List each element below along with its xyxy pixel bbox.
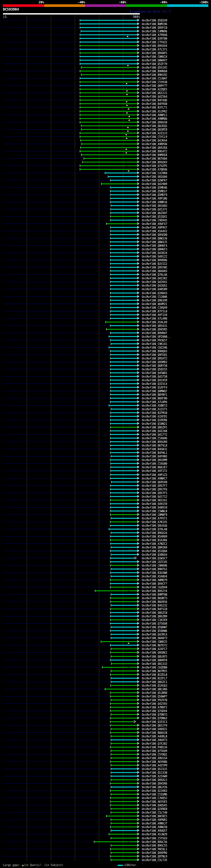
hit-row: UniRef100_C5Y8Q1 — [0, 753, 211, 756]
arrow-fill — [137, 550, 139, 551]
bar-start-tick — [80, 52, 80, 54]
arrow-right-icon — [137, 477, 140, 480]
arrow-right-icon — [137, 382, 140, 385]
bar-start-tick — [111, 822, 111, 825]
bar-start-tick — [110, 197, 111, 199]
arrow-right-icon — [137, 255, 140, 258]
hit-row: UniRef100_A9T1T2 — [0, 469, 211, 473]
hit-label: UniRef100_C5YCL9 — [142, 135, 167, 138]
alignment-bar — [110, 383, 138, 384]
hit-label: UniRef100_B9GC55 — [142, 844, 167, 847]
arrow-right-icon — [137, 364, 140, 367]
arrow-right-icon — [137, 273, 140, 276]
bar-start-tick — [110, 353, 111, 356]
bar-start-tick — [111, 408, 111, 410]
arrow-right-icon — [137, 277, 140, 280]
arrow-fill — [137, 637, 139, 639]
alignment-bar — [81, 154, 138, 155]
gap-in-query-triangle-icon — [128, 108, 129, 110]
hit-label: UniRef100_B9VRH7 — [142, 332, 167, 335]
alignment-bar — [80, 107, 138, 108]
arrow-fill — [137, 34, 139, 35]
alignment-bar — [111, 739, 138, 740]
alignment-bar — [110, 412, 138, 413]
alignment-bar — [111, 776, 138, 777]
bar-start-tick — [106, 328, 107, 331]
bar-start-tick — [110, 241, 111, 243]
alignment-bar — [109, 347, 138, 348]
hit-label: UniRef100_Q0MWQ7 — [142, 390, 167, 393]
bar-start-tick — [110, 270, 111, 272]
arrow-right-icon — [137, 491, 140, 494]
hit-label: UniRef100_A9NXJ7 — [142, 822, 167, 825]
arrow-right-icon — [137, 455, 140, 458]
hit-row: UniRef100_B5AR69 — [0, 535, 211, 538]
arrow-right-icon — [137, 804, 140, 807]
hit-label: UniRef100_C6TCU5 — [142, 561, 167, 564]
hit-row: UniRef100_Q8H6F3 — [0, 248, 211, 251]
alignment-bar — [81, 125, 138, 126]
alignment-bar — [111, 634, 138, 635]
arrow-fill — [137, 365, 139, 366]
arrow-right-icon — [137, 709, 140, 712]
bar-start-tick — [110, 314, 111, 316]
bar-start-tick — [111, 637, 111, 639]
arrow-fill — [137, 350, 139, 351]
alignment-bar — [110, 278, 138, 279]
arrow-right-icon — [137, 226, 140, 229]
bar-start-tick — [110, 415, 111, 417]
hit-label: UniRef100_B0M196 — [142, 23, 167, 26]
alignment-bar — [80, 132, 138, 133]
arrow-right-icon — [137, 550, 140, 552]
bar-start-tick — [110, 281, 111, 283]
arrow-right-icon — [137, 659, 140, 661]
bar-start-tick — [111, 633, 111, 636]
bar-start-tick — [110, 179, 111, 181]
hit-label: UniRef100_B9SXV4 — [142, 44, 167, 48]
bar-start-tick — [105, 172, 105, 174]
bar-start-tick — [110, 364, 111, 367]
hit-row: UniRef100_Q8W3J5 — [0, 240, 211, 244]
hit-row: UniRef100_Q6ZXH7 — [0, 211, 211, 215]
bar-start-tick — [111, 619, 111, 621]
hit-label: UniRef100_Q52QQ4 — [142, 550, 167, 553]
bar-start-tick — [80, 59, 80, 61]
alignment-bar — [110, 198, 138, 199]
hit-label: UniRef100_C0KKI5 — [142, 641, 167, 643]
bar-start-tick — [111, 670, 111, 672]
arrow-right-icon — [137, 132, 140, 134]
bar-start-tick — [111, 786, 111, 788]
arrow-right-icon — [137, 535, 140, 538]
hit-row: UniRef100_A9NXJ7 — [0, 822, 211, 826]
arrow-fill — [137, 270, 139, 271]
hit-label: UniRef100_Q6RY58 — [142, 364, 167, 367]
alignment-bar — [110, 558, 135, 559]
alignment-bar — [111, 671, 138, 672]
arrow-fill — [137, 644, 139, 646]
bar-start-tick — [111, 542, 111, 545]
hit-row: UniRef100_B9H7G1 — [0, 567, 211, 571]
bar-start-tick — [80, 168, 80, 170]
hit-row: UniRef100_B9SUH3 — [0, 161, 211, 164]
arrow-fill — [137, 503, 139, 504]
alignment-bar — [110, 761, 138, 762]
arrow-right-icon — [137, 447, 140, 451]
bar-start-tick — [110, 524, 111, 527]
arrow-fill — [137, 434, 139, 435]
arrow-fill — [137, 209, 139, 210]
arrow-fill — [137, 615, 139, 617]
arrow-fill — [137, 506, 139, 508]
bar-start-tick — [111, 532, 111, 534]
bar-start-tick — [105, 688, 105, 690]
identity-scale-segment — [44, 4, 85, 7]
hit-row: UniRef100_B6UB73 — [0, 597, 211, 600]
legend-query-text: (in Query)/ — [24, 864, 41, 867]
alignment-bar — [110, 420, 138, 421]
alignment-bar — [106, 223, 138, 224]
alignment-bar — [110, 288, 138, 289]
hit-row: UniRef100_A9RPU6 — [0, 143, 211, 146]
arrow-right-icon — [137, 222, 140, 225]
hit-label: UniRef100_C4J9K0 — [142, 172, 167, 175]
arrow-fill — [137, 339, 139, 341]
alignment-bar — [110, 674, 138, 675]
